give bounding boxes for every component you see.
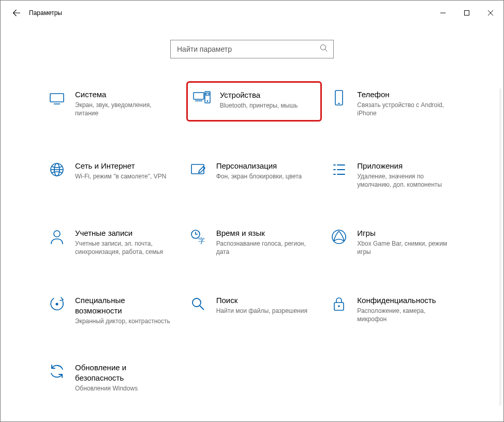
search-input[interactable] — [177, 45, 320, 53]
tile-desc: Распознавание голоса, регион, дата — [216, 239, 315, 256]
tile-desc: Связать устройство с Android, iPhone — [357, 101, 456, 117]
maximize-button[interactable] — [455, 1, 479, 25]
svg-point-29 — [56, 303, 58, 306]
minimize-button[interactable] — [431, 1, 455, 25]
tile-title: Специальные возможности — [75, 295, 174, 316]
tile-accounts[interactable]: Учетные записи Учетные записи, эл. почта… — [45, 226, 181, 262]
tile-ease[interactable]: Специальные возможности Экранный диктор,… — [45, 293, 181, 329]
maximize-icon — [464, 10, 469, 16]
tile-title: Телефон — [357, 89, 456, 100]
svg-rect-13 — [335, 91, 343, 105]
svg-rect-1 — [465, 11, 469, 16]
title-bar: Параметры — [1, 1, 503, 25]
svg-point-28 — [332, 230, 346, 244]
tile-title: Время и язык — [216, 228, 315, 238]
svg-rect-8 — [194, 93, 204, 99]
search-tile-icon — [189, 295, 207, 313]
tile-desc: Экран, звук, уведомления, питание — [75, 101, 174, 117]
svg-line-31 — [200, 306, 204, 310]
devices-icon — [193, 90, 211, 108]
tile-system[interactable]: Система Экран, звук, уведомления, питани… — [45, 87, 181, 128]
search-icon — [320, 44, 328, 54]
svg-rect-18 — [191, 164, 204, 174]
tile-title: Поиск — [216, 295, 315, 306]
tile-phone[interactable]: Телефон Связать устройство с Android, iP… — [327, 87, 463, 128]
tile-personalize[interactable]: Персонализация Фон, экран блокировки, цв… — [186, 159, 322, 195]
tile-title: Система — [75, 89, 174, 100]
tile-title: Конфиденциальность — [357, 295, 456, 306]
tile-timelang[interactable]: 字 Время и язык Распознавание голоса, рег… — [186, 226, 322, 262]
svg-text:字: 字 — [198, 237, 205, 245]
update-icon — [48, 363, 66, 380]
svg-point-33 — [338, 305, 340, 307]
minimize-icon — [440, 10, 446, 16]
tile-search[interactable]: Поиск Найти мои файлы, разрешения — [186, 293, 322, 329]
gaming-icon — [330, 228, 348, 246]
tile-title: Устройства — [220, 90, 312, 100]
tile-update[interactable]: Обновление и безопасность Обновления Win… — [45, 360, 181, 397]
svg-rect-12 — [206, 93, 209, 95]
timelang-icon: 字 — [189, 228, 207, 246]
tile-gaming[interactable]: Игры Xbox Game Bar, снимки, режим игры — [327, 226, 463, 262]
accounts-icon — [48, 228, 66, 246]
network-icon — [48, 161, 66, 178]
tile-devices[interactable]: Устройства Bluetooth, принтеры, мышь — [186, 81, 322, 122]
search-box[interactable] — [170, 40, 334, 58]
svg-rect-6 — [50, 94, 64, 102]
tile-desc: Xbox Game Bar, снимки, режим игры — [357, 239, 456, 256]
privacy-icon — [330, 295, 348, 313]
tile-title: Сеть и Интернет — [75, 161, 174, 171]
close-button[interactable] — [479, 1, 502, 25]
personalize-icon — [189, 161, 207, 178]
tile-desc: Фон, экран блокировки, цвета — [216, 172, 315, 180]
tile-title: Обновление и безопасность — [75, 363, 174, 383]
tile-privacy[interactable]: Конфиденциальность Расположение, камера,… — [327, 293, 463, 329]
system-icon — [48, 89, 66, 107]
svg-line-5 — [325, 49, 327, 51]
svg-point-4 — [321, 45, 326, 50]
scrollbar[interactable] — [499, 88, 501, 406]
phone-icon — [330, 89, 348, 107]
apps-icon — [330, 161, 348, 178]
svg-point-11 — [206, 100, 208, 102]
window-title: Параметры — [29, 9, 62, 17]
settings-window: Параметры Система — [0, 0, 504, 422]
tile-desc: Найти мои файлы, разрешения — [216, 307, 315, 315]
back-button[interactable] — [7, 4, 26, 22]
tile-title: Персонализация — [216, 161, 315, 171]
tile-desc: Bluetooth, принтеры, мышь — [220, 101, 312, 110]
ease-icon — [48, 295, 66, 313]
tile-title: Приложения — [357, 161, 456, 171]
back-arrow-icon — [12, 8, 21, 18]
svg-point-25 — [54, 231, 60, 237]
tile-desc: Учетные записи, эл. почта, синхронизация… — [75, 239, 174, 256]
search-container — [1, 40, 503, 58]
close-icon — [488, 10, 493, 16]
tile-title: Игры — [357, 228, 456, 238]
tile-network[interactable]: Сеть и Интернет Wi-Fi, режим "в самолете… — [45, 159, 181, 195]
tile-desc: Wi-Fi, режим "в самолете", VPN — [75, 172, 174, 180]
settings-grid: Система Экран, звук, уведомления, питани… — [1, 58, 503, 397]
tile-desc: Расположение, камера, микрофон — [357, 307, 456, 323]
tile-desc: Обновления Windows — [75, 384, 174, 393]
tile-desc: Экранный диктор, контрастность — [75, 317, 174, 325]
tile-desc: Удаление, значения по умолчанию, доп. ко… — [357, 172, 456, 189]
window-controls — [431, 1, 502, 25]
tile-title: Учетные записи — [75, 228, 174, 238]
tile-apps[interactable]: Приложения Удаление, значения по умолчан… — [327, 159, 463, 195]
svg-point-30 — [192, 298, 201, 307]
